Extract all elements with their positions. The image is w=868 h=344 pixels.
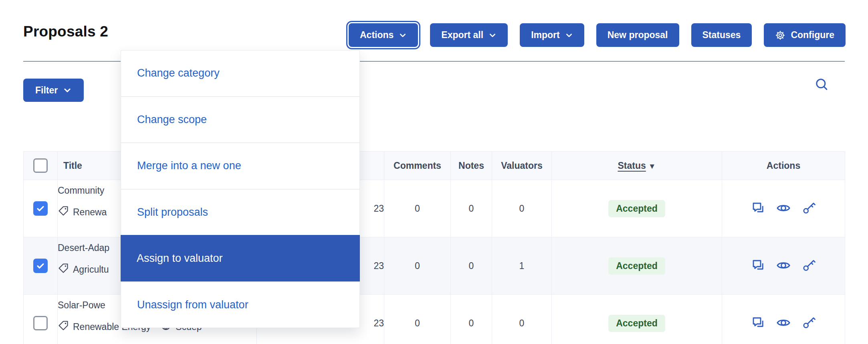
preview-eye-icon[interactable] [776, 200, 791, 217]
answer-proposal-icon[interactable] [751, 258, 765, 274]
tag-icon [58, 320, 69, 334]
valuators-count: 1 [492, 237, 552, 295]
select-all-checkbox[interactable] [33, 158, 48, 173]
permissions-key-icon[interactable] [801, 316, 816, 331]
configure-label: Configure [791, 30, 834, 40]
comments-count: 0 [384, 295, 451, 344]
menu-item-split-proposals[interactable]: Split proposals [121, 189, 359, 235]
permissions-key-icon[interactable] [801, 258, 816, 274]
status-badge: Accepted [608, 315, 665, 332]
answer-proposal-icon[interactable] [751, 316, 765, 331]
notes-count: 0 [451, 237, 492, 295]
column-header-actions: Actions [722, 152, 845, 180]
answer-proposal-icon[interactable] [751, 201, 765, 217]
notes-count: 0 [451, 295, 492, 344]
select-all-header [24, 152, 58, 180]
import-button[interactable]: Import [520, 23, 584, 47]
menu-item-unassign-from-valuator[interactable]: Unassign from valuator [121, 281, 359, 328]
row-2-checkbox[interactable] [33, 316, 48, 330]
page-title: Proposals 2 [23, 23, 108, 40]
statuses-button[interactable]: Statuses [691, 23, 752, 47]
export-all-label: Export all [441, 30, 483, 40]
menu-item-merge-into-new[interactable]: Merge into a new one [121, 142, 359, 189]
configure-button[interactable]: Configure [764, 23, 846, 47]
new-proposal-label: New proposal [608, 30, 668, 40]
status-sort-link: Status [618, 160, 646, 171]
proposal-category: Agricultu [73, 264, 109, 275]
valuators-count: 0 [492, 180, 552, 237]
comments-count: 0 [384, 180, 451, 237]
chevron-down-icon [489, 31, 497, 39]
filter-button[interactable]: Filter [23, 79, 84, 102]
row-0-checkbox[interactable] [33, 201, 48, 216]
column-header-notes: Notes [451, 152, 492, 180]
valuators-count: 0 [492, 295, 552, 344]
gear-icon [775, 30, 785, 40]
filter-label: Filter [35, 85, 58, 96]
row-1-checkbox[interactable] [33, 259, 48, 273]
notes-count: 0 [451, 180, 492, 237]
column-header-comments: Comments [384, 152, 451, 180]
chevron-down-icon [63, 86, 72, 95]
sort-desc-icon: ▼ [648, 162, 656, 171]
actions-dropdown-menu: Change category Change scope Merge into … [121, 50, 360, 328]
toolbar: Actions Export all Import New proposal S… [349, 23, 846, 47]
proposal-category: Renewa [73, 207, 107, 218]
column-header-status[interactable]: Status▼ [552, 152, 722, 180]
status-badge: Accepted [608, 257, 665, 275]
permissions-key-icon[interactable] [801, 201, 816, 217]
menu-item-change-category[interactable]: Change category [121, 51, 359, 96]
preview-eye-icon[interactable] [776, 315, 791, 332]
comments-count: 0 [384, 237, 451, 295]
import-label: Import [531, 30, 560, 40]
actions-button-label: Actions [360, 30, 394, 40]
actions-button[interactable]: Actions [349, 23, 418, 47]
export-all-button[interactable]: Export all [430, 23, 508, 47]
tag-icon [58, 205, 69, 219]
search-icon[interactable] [813, 76, 830, 92]
column-header-valuators: Valuators [492, 152, 552, 180]
menu-item-change-scope[interactable]: Change scope [121, 96, 359, 143]
status-badge: Accepted [608, 200, 665, 217]
chevron-down-icon [399, 31, 407, 39]
tag-icon [58, 263, 69, 276]
new-proposal-button[interactable]: New proposal [596, 23, 679, 47]
preview-eye-icon[interactable] [776, 258, 791, 274]
statuses-label: Statuses [702, 30, 741, 40]
menu-item-assign-to-valuator[interactable]: Assign to valuator [121, 235, 360, 281]
chevron-down-icon [565, 31, 573, 39]
